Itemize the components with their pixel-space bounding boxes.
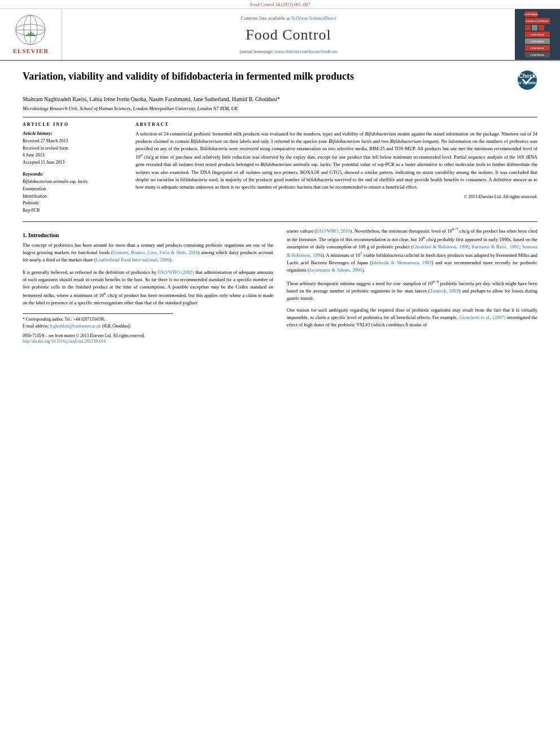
received-revised-label: Received in revised form [23, 145, 124, 152]
ref-kurmann[interactable]: Kurmann & Rasic, 1991 [471, 244, 519, 250]
article-content: Variation, viability and validity of bif… [0, 61, 560, 353]
journal-title: Food Control [73, 27, 504, 43]
footnote-corresponding: * Corresponding author. Tel.: +44 020713… [23, 316, 273, 322]
keyword-2: Enumeration [23, 186, 124, 193]
body-paragraph-right-2: These arbitrary therapeutic minima sugge… [287, 279, 537, 302]
ref-granato[interactable]: Granato, Branco, Cruz, Faria & Shah, 201… [113, 250, 198, 255]
sciverse-label: Contents lists available at [240, 15, 290, 21]
history-label: Article history: [23, 130, 124, 136]
control-blocks-area: CONTROL FOOD CONTROL CONTROL CONTROL [515, 9, 560, 60]
control-block-food: FOOD CONTROL [525, 18, 550, 24]
ref-gionchetti[interactable]: Gionchetti et al., (2007) [459, 314, 505, 320]
ref-tannock[interactable]: Tannock, 2003 [430, 288, 459, 294]
body-col-right: starter culture (FAO/WHO, 2010). Neverth… [287, 226, 537, 344]
control-block-1: CONTROL [525, 11, 537, 17]
ref-faowho-2010[interactable]: FAO/WHO, 2010 [316, 228, 350, 234]
control-pattern: CONTROL FOOD CONTROL CONTROL CONTROL [525, 11, 550, 58]
received-date: Received 27 March 2013 [23, 138, 124, 145]
info-abstract-section: ARTICLE INFO Article history: Received 2… [23, 122, 537, 215]
sciverse-line: Contents lists available at SciVerse Sci… [73, 15, 504, 21]
elsevier-name: ELSEVIER [13, 47, 49, 54]
sciverse-link[interactable]: SciVerse ScienceDirect [291, 15, 336, 21]
control-block-3: CONTROL [525, 38, 550, 44]
keyword-3: Identification [23, 193, 124, 200]
footnote-issn-area: 0956-7135/$ – see front matter © 2013 El… [23, 333, 273, 344]
elsevier-logo: ELSEVIER [13, 15, 49, 54]
abstract-text: A selection of 24 commercial probiotic f… [135, 130, 537, 191]
footnote-email[interactable]: h.ghoddusi@londonmet.ac.uk [50, 324, 101, 329]
accepted-date: Accepted 11 June 2013 [23, 159, 124, 167]
body-col-left: 1. Introduction The concept of probiotic… [23, 226, 273, 344]
control-block-small-2 [532, 25, 537, 30]
divider-1 [23, 117, 537, 117]
article-info-col: ARTICLE INFO Article history: Received 2… [23, 122, 124, 215]
ref-leatherhead[interactable]: Leatherhead Food Inter national, 2006 [96, 257, 170, 263]
footnote-email-suffix: (H.B. Ghoddusi). [102, 324, 132, 329]
article-title: Variation, viability and validity of bif… [23, 70, 354, 83]
crossmark-icon[interactable]: Check for updates [517, 70, 537, 90]
homepage-label: journal homepage: [240, 49, 274, 54]
body-paragraph-right-3: One reason for such ambiguity regarding … [287, 307, 537, 329]
journal-header: ELSEVIER Contents lists available at Sci… [0, 9, 560, 61]
footnote-email-label: E-mail address: [23, 324, 49, 329]
journal-citation: Food Control 34 (2013) 691–697 [250, 2, 310, 7]
divider-2 [23, 221, 537, 222]
homepage-url[interactable]: www.elsevier.com/locate/foodcont [274, 49, 337, 54]
footnote-email-line: E-mail address: h.ghoddusi@londonmet.ac.… [23, 323, 273, 329]
elsevier-logo-area: ELSEVIER [0, 9, 62, 60]
copyright: © 2013 Elsevier Ltd. All rights reserved… [135, 194, 537, 199]
footnote-issn: 0956-7135/$ – see front matter © 2013 El… [23, 333, 273, 339]
elsevier-globe-icon [15, 15, 46, 45]
svg-text:Check: Check [519, 73, 536, 79]
control-block-small-1 [525, 25, 531, 30]
body-section: 1. Introduction The concept of probiotic… [23, 226, 537, 344]
ref-ishibashi[interactable]: Ishibashi & Shimamura, 1993 [371, 260, 432, 265]
section1-heading: 1. Introduction [23, 232, 273, 238]
journal-citation-bar: Food Control 34 (2013) 691–697 [0, 0, 560, 9]
keyword-1: Bifidobacterium animalis ssp. lactis [23, 178, 124, 186]
ref-jayamanne[interactable]: Jayamanne & Adams, 2006 [309, 267, 362, 273]
footnote-doi[interactable]: http://dx.doi.org/10.1016/j.foodcont.201… [23, 339, 273, 344]
ref-faowho-2002[interactable]: FAO/WHO (2002) [158, 269, 194, 275]
received-revised-date: 4 June 2013 [23, 152, 124, 159]
body-paragraph-1: The concept of probiotics has been aroun… [23, 242, 273, 264]
ref-ghoddusi[interactable]: Ghoddusi & Robinson, 1996 [413, 244, 469, 250]
journal-name-area: Contents lists available at SciVerse Sci… [62, 9, 515, 60]
body-paragraph-right-1: starter culture (FAO/WHO, 2010). Neverth… [287, 226, 537, 274]
authors: Shahram Naghizadeh Raeisi, Labia Irène I… [23, 95, 537, 103]
keyword-4: Probiotic [23, 200, 124, 207]
footnote-star: * Corresponding author. Tel.: +44 020713… [23, 317, 105, 322]
abstract-col: ABSTRACT A selection of 24 commercial pr… [135, 122, 537, 215]
control-block-small-3 [539, 25, 544, 30]
footnote-divider [23, 313, 173, 314]
article-info-heading: ARTICLE INFO [23, 122, 124, 127]
control-block-4: CONTROL [525, 45, 550, 51]
keywords-label: Keywords: [23, 171, 124, 177]
page: Food Control 34 (2013) 691–697 ELSEVIER [0, 0, 560, 747]
article-title-area: Variation, viability and validity of bif… [23, 70, 537, 90]
abstract-heading: ABSTRACT [135, 122, 537, 127]
journal-homepage: journal homepage: www.elsevier.com/locat… [73, 49, 504, 54]
affiliation: Microbiology Research Unit, School of Hu… [23, 106, 537, 112]
control-block-2: CONTROL [525, 32, 550, 37]
control-block-5: CONTROL [525, 52, 550, 58]
keyword-5: Rep-PCR [23, 207, 124, 215]
body-paragraph-2: It is generally believed, as reflected i… [23, 269, 273, 307]
